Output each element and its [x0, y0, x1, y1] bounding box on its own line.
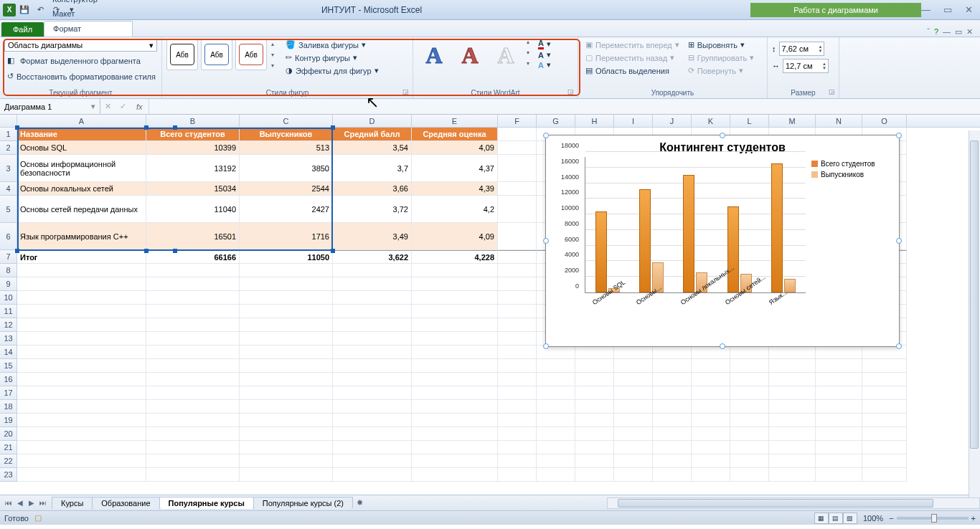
cell[interactable] [498, 277, 537, 291]
cell[interactable] [333, 359, 412, 373]
cell[interactable]: 3,622 [333, 250, 412, 264]
chart-plot-area[interactable]: 0200040006000800010000120001400016000180… [553, 157, 806, 325]
cell[interactable] [146, 305, 240, 318]
cell[interactable]: 3,7 [333, 155, 412, 182]
cell[interactable] [614, 400, 653, 414]
zoom-out-icon[interactable]: − [889, 514, 893, 523]
cell[interactable]: 11050 [240, 250, 333, 264]
cell[interactable] [498, 223, 537, 250]
column-header[interactable]: C [240, 115, 333, 127]
cell[interactable]: Всего студентов [146, 128, 240, 141]
cell[interactable] [240, 277, 333, 291]
cell[interactable] [498, 264, 537, 277]
cell[interactable] [653, 345, 692, 359]
cell[interactable] [240, 264, 333, 277]
cell[interactable] [17, 332, 146, 345]
new-sheet-icon[interactable]: ✸ [352, 497, 367, 509]
cell[interactable] [146, 386, 240, 400]
cell[interactable] [537, 386, 575, 400]
cell[interactable] [498, 454, 537, 468]
cell[interactable] [498, 400, 537, 414]
selection-handle[interactable] [144, 249, 149, 253]
cell[interactable] [146, 345, 240, 359]
cell[interactable] [614, 468, 653, 482]
worksheet-grid[interactable]: ABCDEFGHIJKLMNO 1НазваниеВсего студентов… [0, 115, 980, 495]
sheet-nav-first-icon[interactable]: ⏮ [3, 499, 14, 507]
text-fill-button[interactable]: A▾ [537, 39, 552, 49]
row-header[interactable]: 12 [0, 318, 17, 332]
cell[interactable]: Итог [17, 250, 146, 264]
row-header[interactable]: 8 [0, 264, 17, 277]
view-page-break-icon[interactable]: ▧ [843, 513, 857, 524]
cell[interactable]: 15034 [146, 182, 240, 196]
cell[interactable] [240, 454, 333, 468]
cell[interactable] [862, 441, 907, 454]
cell[interactable] [412, 454, 498, 468]
cell[interactable]: Основы SQL [17, 141, 146, 155]
cell[interactable] [146, 427, 240, 441]
cell[interactable] [730, 414, 769, 427]
cell[interactable] [730, 400, 769, 414]
cell[interactable] [333, 373, 412, 386]
selection-handle[interactable] [331, 125, 335, 130]
cell[interactable] [498, 250, 537, 264]
chart-bar[interactable] [595, 211, 607, 292]
cell[interactable] [17, 468, 146, 482]
cell[interactable] [412, 414, 498, 427]
name-box[interactable]: Диаграмма 1▾ [0, 99, 100, 114]
cell[interactable] [769, 441, 816, 454]
cell[interactable] [862, 373, 907, 386]
cell[interactable] [816, 427, 862, 441]
tab-Конструктор[interactable]: Конструктор [44, 0, 133, 6]
column-header[interactable]: H [575, 115, 614, 127]
cell[interactable] [146, 441, 240, 454]
cell[interactable] [575, 373, 614, 386]
cell[interactable] [730, 427, 769, 441]
cell[interactable] [333, 277, 412, 291]
cell[interactable] [730, 468, 769, 482]
cell[interactable] [769, 373, 816, 386]
cell[interactable] [862, 454, 907, 468]
cell[interactable] [17, 414, 146, 427]
shape-style-3[interactable]: Абв [235, 39, 267, 70]
cell[interactable] [333, 427, 412, 441]
formula-input[interactable] [149, 99, 980, 114]
cell[interactable] [240, 345, 333, 359]
column-header[interactable]: D [333, 115, 412, 127]
cell[interactable] [816, 345, 862, 359]
row-header[interactable]: 3 [0, 155, 17, 182]
view-page-layout-icon[interactable]: ▤ [829, 513, 843, 524]
cell[interactable] [146, 468, 240, 482]
cell[interactable] [653, 427, 692, 441]
cell[interactable]: 4,09 [412, 141, 498, 155]
cell[interactable] [862, 400, 907, 414]
sheet-tab[interactable]: Популярные курсы [159, 497, 254, 509]
selection-dropdown[interactable]: Область диаграммы▾ [4, 39, 157, 52]
cell[interactable] [17, 454, 146, 468]
cell[interactable] [537, 468, 575, 482]
cell[interactable] [412, 468, 498, 482]
cell[interactable] [816, 373, 862, 386]
cell[interactable] [146, 277, 240, 291]
wordart-style-1[interactable]: А [418, 39, 451, 72]
cell[interactable] [333, 414, 412, 427]
cell[interactable] [730, 373, 769, 386]
cell[interactable]: 1716 [240, 223, 333, 250]
shape-style-gallery-more[interactable]: ▴▾▾ [270, 41, 275, 69]
cell[interactable] [614, 345, 653, 359]
row-header[interactable]: 15 [0, 359, 17, 373]
width-input[interactable]: ▲▼ [783, 59, 829, 73]
minimize-icon[interactable]: — [921, 4, 930, 15]
cell[interactable] [862, 359, 907, 373]
column-header[interactable]: O [862, 115, 907, 127]
cell[interactable] [769, 400, 816, 414]
cell[interactable] [653, 454, 692, 468]
cell[interactable] [769, 454, 816, 468]
cell[interactable] [537, 427, 575, 441]
cell[interactable] [240, 291, 333, 305]
row-header[interactable]: 22 [0, 454, 17, 468]
fx-icon[interactable]: fx [131, 103, 149, 111]
cell[interactable] [614, 359, 653, 373]
cell[interactable]: Язык программирования C++ [17, 223, 146, 250]
cell[interactable] [240, 305, 333, 318]
